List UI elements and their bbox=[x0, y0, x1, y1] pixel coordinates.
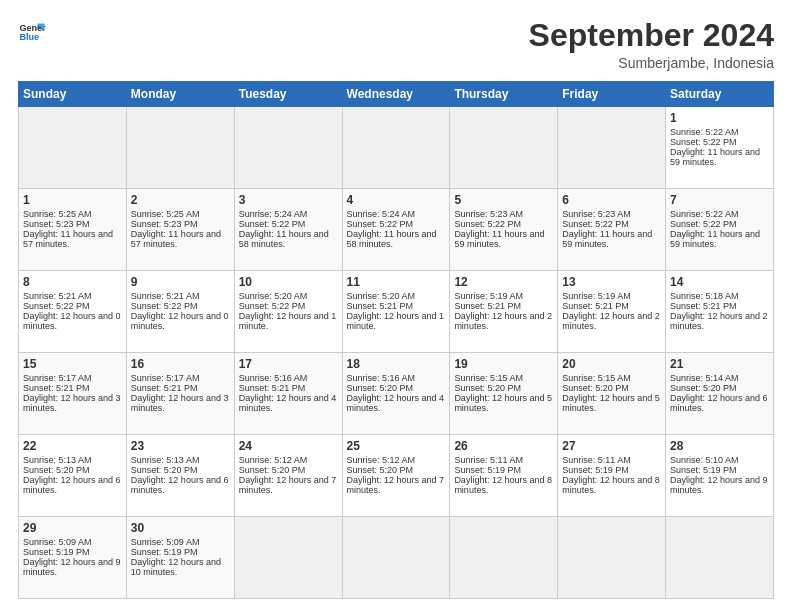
sunset-text: Sunset: 5:19 PM bbox=[562, 465, 629, 475]
table-row bbox=[558, 517, 666, 599]
day-number: 30 bbox=[131, 521, 230, 535]
sunset-text: Sunset: 5:22 PM bbox=[131, 301, 198, 311]
daylight-text: Daylight: 11 hours and 59 minutes. bbox=[562, 229, 652, 249]
sunrise-text: Sunrise: 5:17 AM bbox=[23, 373, 92, 383]
sunset-text: Sunset: 5:20 PM bbox=[562, 383, 629, 393]
sunset-text: Sunset: 5:21 PM bbox=[670, 301, 737, 311]
daylight-text: Daylight: 12 hours and 8 minutes. bbox=[562, 475, 660, 495]
sunrise-text: Sunrise: 5:22 AM bbox=[670, 127, 739, 137]
sunrise-text: Sunrise: 5:13 AM bbox=[131, 455, 200, 465]
calendar-table: Sunday Monday Tuesday Wednesday Thursday… bbox=[18, 81, 774, 599]
day-number: 23 bbox=[131, 439, 230, 453]
table-row: 17Sunrise: 5:16 AMSunset: 5:21 PMDayligh… bbox=[234, 353, 342, 435]
sunset-text: Sunset: 5:22 PM bbox=[670, 219, 737, 229]
header-tuesday: Tuesday bbox=[234, 82, 342, 107]
header-monday: Monday bbox=[126, 82, 234, 107]
day-number: 20 bbox=[562, 357, 661, 371]
table-row: 24Sunrise: 5:12 AMSunset: 5:20 PMDayligh… bbox=[234, 435, 342, 517]
calendar-week-4: 22Sunrise: 5:13 AMSunset: 5:20 PMDayligh… bbox=[19, 435, 774, 517]
sunset-text: Sunset: 5:22 PM bbox=[239, 301, 306, 311]
table-row: 28Sunrise: 5:10 AMSunset: 5:19 PMDayligh… bbox=[666, 435, 774, 517]
table-row: 1Sunrise: 5:25 AMSunset: 5:23 PMDaylight… bbox=[19, 189, 127, 271]
table-row: 25Sunrise: 5:12 AMSunset: 5:20 PMDayligh… bbox=[342, 435, 450, 517]
table-row: 11Sunrise: 5:20 AMSunset: 5:21 PMDayligh… bbox=[342, 271, 450, 353]
daylight-text: Daylight: 12 hours and 6 minutes. bbox=[23, 475, 121, 495]
header-saturday: Saturday bbox=[666, 82, 774, 107]
day-number: 9 bbox=[131, 275, 230, 289]
table-row: 27Sunrise: 5:11 AMSunset: 5:19 PMDayligh… bbox=[558, 435, 666, 517]
table-row: 9Sunrise: 5:21 AMSunset: 5:22 PMDaylight… bbox=[126, 271, 234, 353]
sunset-text: Sunset: 5:20 PM bbox=[347, 383, 414, 393]
sunset-text: Sunset: 5:21 PM bbox=[131, 383, 198, 393]
day-number: 28 bbox=[670, 439, 769, 453]
header-friday: Friday bbox=[558, 82, 666, 107]
day-number: 22 bbox=[23, 439, 122, 453]
daylight-text: Daylight: 12 hours and 2 minutes. bbox=[670, 311, 768, 331]
table-row: 26Sunrise: 5:11 AMSunset: 5:19 PMDayligh… bbox=[450, 435, 558, 517]
table-row: 10Sunrise: 5:20 AMSunset: 5:22 PMDayligh… bbox=[234, 271, 342, 353]
day-number: 5 bbox=[454, 193, 553, 207]
sunrise-text: Sunrise: 5:09 AM bbox=[131, 537, 200, 547]
logo-icon: General Blue bbox=[18, 18, 46, 46]
sunset-text: Sunset: 5:22 PM bbox=[454, 219, 521, 229]
calendar-page: General Blue September 2024 Sumberjambe,… bbox=[0, 0, 792, 612]
table-row: 1Sunrise: 5:22 AMSunset: 5:22 PMDaylight… bbox=[666, 107, 774, 189]
sunset-text: Sunset: 5:21 PM bbox=[562, 301, 629, 311]
table-row: 12Sunrise: 5:19 AMSunset: 5:21 PMDayligh… bbox=[450, 271, 558, 353]
table-row: 13Sunrise: 5:19 AMSunset: 5:21 PMDayligh… bbox=[558, 271, 666, 353]
table-row bbox=[450, 107, 558, 189]
sunrise-text: Sunrise: 5:20 AM bbox=[239, 291, 308, 301]
daylight-text: Daylight: 12 hours and 0 minutes. bbox=[131, 311, 229, 331]
sunrise-text: Sunrise: 5:19 AM bbox=[562, 291, 631, 301]
sunrise-text: Sunrise: 5:16 AM bbox=[239, 373, 308, 383]
day-number: 6 bbox=[562, 193, 661, 207]
daylight-text: Daylight: 11 hours and 57 minutes. bbox=[23, 229, 113, 249]
day-number: 11 bbox=[347, 275, 446, 289]
daylight-text: Daylight: 12 hours and 4 minutes. bbox=[347, 393, 445, 413]
header-thursday: Thursday bbox=[450, 82, 558, 107]
header: General Blue September 2024 Sumberjambe,… bbox=[18, 18, 774, 71]
sunset-text: Sunset: 5:22 PM bbox=[23, 301, 90, 311]
sunset-text: Sunset: 5:23 PM bbox=[131, 219, 198, 229]
sunset-text: Sunset: 5:20 PM bbox=[23, 465, 90, 475]
sunrise-text: Sunrise: 5:21 AM bbox=[131, 291, 200, 301]
daylight-text: Daylight: 11 hours and 59 minutes. bbox=[670, 229, 760, 249]
calendar-week-1: 1Sunrise: 5:25 AMSunset: 5:23 PMDaylight… bbox=[19, 189, 774, 271]
daylight-text: Daylight: 12 hours and 4 minutes. bbox=[239, 393, 337, 413]
calendar-week-0: 1Sunrise: 5:22 AMSunset: 5:22 PMDaylight… bbox=[19, 107, 774, 189]
sunset-text: Sunset: 5:19 PM bbox=[454, 465, 521, 475]
table-row: 2Sunrise: 5:25 AMSunset: 5:23 PMDaylight… bbox=[126, 189, 234, 271]
day-number: 17 bbox=[239, 357, 338, 371]
sunrise-text: Sunrise: 5:14 AM bbox=[670, 373, 739, 383]
daylight-text: Daylight: 12 hours and 7 minutes. bbox=[347, 475, 445, 495]
day-number: 10 bbox=[239, 275, 338, 289]
sunrise-text: Sunrise: 5:24 AM bbox=[347, 209, 416, 219]
daylight-text: Daylight: 12 hours and 1 minute. bbox=[347, 311, 445, 331]
daylight-text: Daylight: 12 hours and 6 minutes. bbox=[670, 393, 768, 413]
sunset-text: Sunset: 5:22 PM bbox=[562, 219, 629, 229]
daylight-text: Daylight: 11 hours and 59 minutes. bbox=[454, 229, 544, 249]
table-row: 5Sunrise: 5:23 AMSunset: 5:22 PMDaylight… bbox=[450, 189, 558, 271]
day-number: 12 bbox=[454, 275, 553, 289]
table-row: 6Sunrise: 5:23 AMSunset: 5:22 PMDaylight… bbox=[558, 189, 666, 271]
logo: General Blue bbox=[18, 18, 46, 46]
day-number: 2 bbox=[131, 193, 230, 207]
sunrise-text: Sunrise: 5:22 AM bbox=[670, 209, 739, 219]
sunset-text: Sunset: 5:22 PM bbox=[670, 137, 737, 147]
table-row bbox=[342, 107, 450, 189]
daylight-text: Daylight: 11 hours and 58 minutes. bbox=[347, 229, 437, 249]
day-number: 3 bbox=[239, 193, 338, 207]
day-number: 1 bbox=[23, 193, 122, 207]
sunset-text: Sunset: 5:19 PM bbox=[23, 547, 90, 557]
sunrise-text: Sunrise: 5:21 AM bbox=[23, 291, 92, 301]
daylight-text: Daylight: 12 hours and 6 minutes. bbox=[131, 475, 229, 495]
table-row: 7Sunrise: 5:22 AMSunset: 5:22 PMDaylight… bbox=[666, 189, 774, 271]
daylight-text: Daylight: 12 hours and 5 minutes. bbox=[562, 393, 660, 413]
table-row bbox=[19, 107, 127, 189]
sunrise-text: Sunrise: 5:19 AM bbox=[454, 291, 523, 301]
daylight-text: Daylight: 12 hours and 9 minutes. bbox=[23, 557, 121, 577]
sunrise-text: Sunrise: 5:09 AM bbox=[23, 537, 92, 547]
day-number: 26 bbox=[454, 439, 553, 453]
month-title: September 2024 bbox=[529, 18, 774, 53]
calendar-week-3: 15Sunrise: 5:17 AMSunset: 5:21 PMDayligh… bbox=[19, 353, 774, 435]
